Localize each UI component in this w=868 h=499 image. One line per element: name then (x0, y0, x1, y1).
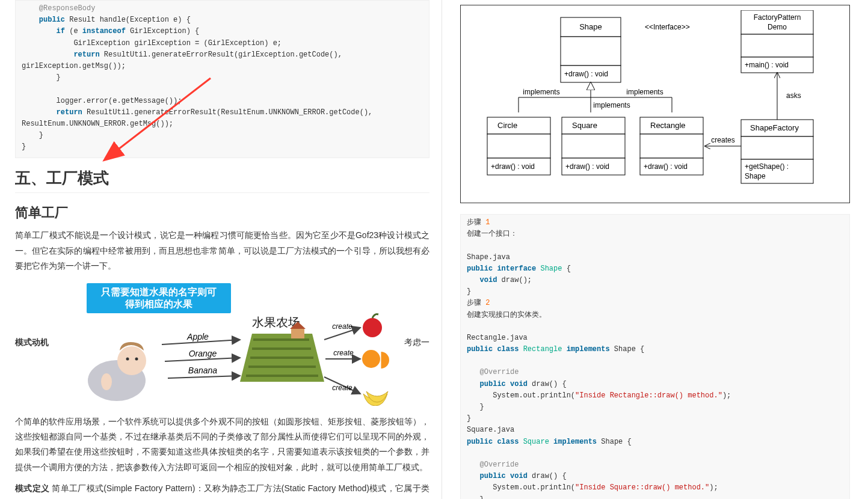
svg-rect-53 (640, 134, 703, 158)
svg-point-20 (363, 318, 382, 337)
right-code-block: 步骤 1 创建一个接口： Shape.java public interface… (460, 214, 850, 499)
orange-label: Orange (189, 349, 217, 358)
banner-line1: 只需要知道水果的名字则可 (100, 286, 217, 297)
svg-point-5 (126, 358, 129, 361)
intro-paragraph: 简单工厂模式不能说是一个设计模式，说它是一种编程习惯可能更恰当些。因为它至少不是… (15, 228, 429, 274)
svg-text:Circle: Circle (497, 121, 517, 130)
definition-bold: 模式定义 (15, 483, 49, 493)
after-label: 考虑一 (404, 337, 429, 348)
baby-icon (88, 342, 146, 401)
svg-text:+getShape() :: +getShape() : (745, 162, 789, 171)
uml-circle-box: Circle +draw() : void (487, 117, 550, 175)
banana-label: Banana (188, 366, 217, 375)
svg-text:+draw() : void: +draw() : void (491, 162, 535, 171)
exception-handler-code: @ResponseBody public Result handle(Excep… (15, 0, 429, 158)
motivation-label: 模式动机 (15, 337, 49, 348)
svg-text:Square: Square (572, 121, 597, 130)
create-1: create (332, 322, 352, 331)
right-column: Shape +draw() : void <<Interface>> imple… (442, 0, 868, 499)
svg-line-19 (168, 376, 240, 378)
create-2: create (333, 349, 354, 357)
banana-icon (363, 391, 388, 406)
svg-point-4 (117, 346, 146, 375)
svg-point-7 (101, 373, 112, 390)
svg-rect-41 (487, 117, 550, 134)
svg-text:implements: implements (593, 101, 630, 109)
uml-shape-box: Shape +draw() : void <<Interface>> (561, 17, 690, 82)
svg-text:Rectangle: Rectangle (650, 121, 686, 130)
motivation-row: 模式动机 只需要知道水果的名字则可 得到相应的水果 水果农场 (15, 280, 429, 406)
uml-diagram: Shape +draw() : void <<Interface>> imple… (464, 10, 837, 197)
svg-text:FactoryPattern: FactoryPattern (754, 13, 801, 22)
svg-text:+draw() : void: +draw() : void (564, 70, 608, 78)
uml-diagram-frame: Shape +draw() : void <<Interface>> imple… (460, 5, 850, 203)
svg-point-6 (135, 358, 138, 361)
svg-rect-14 (291, 329, 304, 338)
apple-icon (363, 314, 382, 337)
section-heading: 五、工厂模式 (15, 168, 429, 193)
svg-text:asks: asks (786, 91, 801, 100)
svg-text:+draw() : void: +draw() : void (644, 162, 688, 171)
svg-text:implements: implements (523, 88, 559, 96)
uml-rectangle-box: Rectangle +draw() : void (640, 117, 703, 175)
svg-text:Demo: Demo (768, 23, 787, 31)
uml-square-box: Square +draw() : void (562, 117, 625, 175)
definition-paragraph: 模式定义 简单工厂模式(Simple Factory Pattern)：又称为静… (15, 481, 429, 499)
definition-text: 简单工厂模式(Simple Factory Pattern)：又称为静态工厂方法… (15, 483, 429, 499)
svg-text:ShapeFactory: ShapeFactory (750, 123, 799, 132)
orange-icon (362, 350, 389, 369)
svg-text:implements: implements (626, 88, 663, 96)
uml-demo-box: FactoryPattern Demo +main() : void (741, 10, 813, 73)
svg-text:Shape: Shape (745, 172, 766, 180)
svg-text:<<Interface>>: <<Interface>> (645, 23, 690, 31)
svg-text:+main() : void: +main() : void (745, 61, 789, 69)
svg-rect-48 (562, 134, 625, 158)
banner-line2: 得到相应的水果 (125, 298, 193, 309)
svg-rect-29 (561, 37, 621, 66)
left-column: @ResponseBody public Result handle(Excep… (0, 0, 442, 499)
svg-text:+draw() : void: +draw() : void (565, 162, 609, 171)
svg-rect-64 (741, 136, 813, 159)
apple-label: Apple (186, 332, 209, 341)
svg-point-21 (362, 350, 380, 368)
fruit-factory-diagram: 只需要知道水果的名字则可 得到相应的水果 水果农场 (54, 280, 399, 406)
subsection-heading: 简单工厂 (15, 204, 429, 222)
svg-rect-43 (487, 134, 550, 158)
svg-text:creates: creates (711, 136, 734, 144)
farm-icon (240, 322, 324, 382)
uml-factory-box: ShapeFactory +getShape() : Shape (741, 120, 813, 183)
svg-text:Shape: Shape (579, 22, 602, 31)
svg-rect-59 (741, 34, 813, 57)
scenario-paragraph: 个简单的软件应用场景，一个软件系统可以提供多个外观不同的按钮（如圆形按钮、矩形按… (15, 414, 429, 475)
create-3: create (332, 384, 352, 392)
